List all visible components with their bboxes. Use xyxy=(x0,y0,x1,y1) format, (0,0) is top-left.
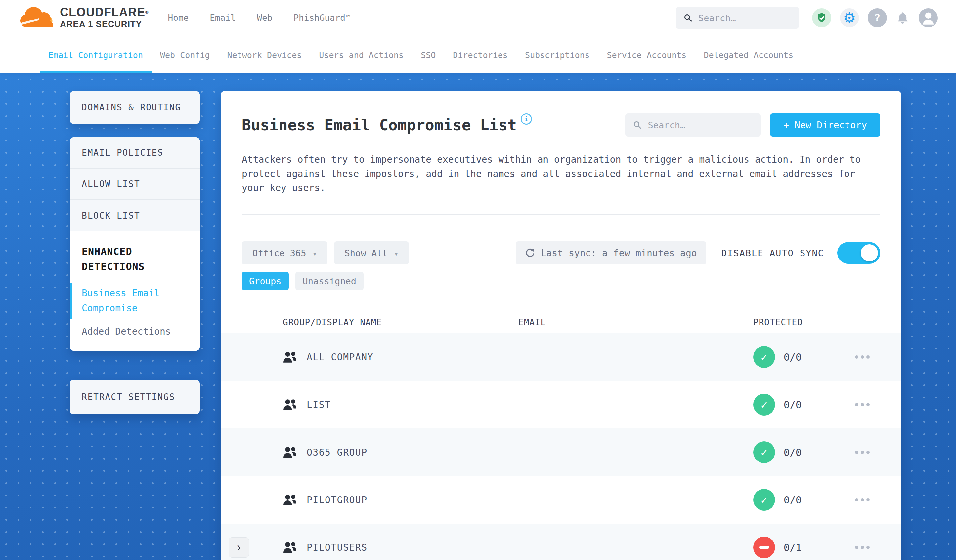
main-card-padding: Business Email Compromise List + New Dir… xyxy=(221,91,901,290)
group-people-icon xyxy=(283,541,297,554)
auto-sync-toggle[interactable] xyxy=(837,242,880,264)
tab-sso[interactable]: SSO xyxy=(412,36,444,74)
page-description: Attackers often try to impersonate execu… xyxy=(242,152,880,195)
directory-select[interactable]: Office 365 xyxy=(242,241,327,265)
table-row[interactable]: PILOTGROUP 0/0 xyxy=(221,476,901,524)
brand-logo[interactable]: CLOUDFLARE® AREA 1 SECURITY xyxy=(18,4,149,31)
help-icon[interactable] xyxy=(868,8,887,27)
tab-delegated-accounts[interactable]: Delegated Accounts xyxy=(695,36,802,74)
top-nav-web[interactable]: Web xyxy=(257,13,272,23)
shield-glyph xyxy=(815,11,828,25)
top-nav-home[interactable]: Home xyxy=(168,13,189,23)
group-name: PILOTGROUP xyxy=(307,494,368,505)
group-name: LIST xyxy=(307,399,331,410)
top-nav-phishguard[interactable]: PhishGuard™ xyxy=(293,13,350,23)
row-menu-button[interactable] xyxy=(849,403,901,406)
top-nav-email[interactable]: Email xyxy=(210,13,236,23)
divider xyxy=(242,214,880,215)
tab-unassigned[interactable]: Unassigned xyxy=(296,272,364,290)
sidebar-item-email-policies[interactable]: EMAIL POLICIES xyxy=(70,137,200,169)
tab-groups[interactable]: Groups xyxy=(242,272,289,290)
tab-network-devices[interactable]: Network Devices xyxy=(219,36,311,74)
tab-email-configuration[interactable]: Email Configuration xyxy=(40,36,151,74)
person-glyph xyxy=(918,8,938,27)
group-tabs: Groups Unassigned xyxy=(242,272,880,290)
info-icon[interactable] xyxy=(520,113,532,125)
account-avatar-icon[interactable] xyxy=(918,8,938,27)
sidebar-item-domains-routing[interactable]: DOMAINS & ROUTING xyxy=(70,91,200,124)
sidebar-item-added-detections[interactable]: Added Detections xyxy=(82,326,190,337)
page-body: DOMAINS & ROUTING EMAIL POLICIES ALLOW L… xyxy=(0,74,956,560)
brand-text: CLOUDFLARE® AREA 1 SECURITY xyxy=(60,6,149,30)
search-icon xyxy=(684,13,692,23)
protected-count: 0/0 xyxy=(784,351,802,363)
cloudflare-cloud-icon xyxy=(18,4,55,31)
registered-mark: ® xyxy=(145,9,149,14)
sync-controls: Last sync: a few minutes ago DISABLE AUT… xyxy=(516,241,880,265)
enhanced-detections-heading[interactable]: ENHANCED DETECTIONS xyxy=(82,244,190,275)
shield-check-icon[interactable] xyxy=(812,8,831,27)
filters-row: Office 365 Show All Last sync: a few min… xyxy=(242,241,880,265)
table-row[interactable]: LIST 0/0 xyxy=(221,381,901,428)
new-directory-button[interactable]: + New Directory xyxy=(770,113,880,136)
table-row[interactable]: ALL COMPANY 0/0 xyxy=(221,333,901,381)
tab-directories[interactable]: Directories xyxy=(444,36,516,74)
sidebar-item-block-list[interactable]: BLOCK LIST xyxy=(70,200,200,231)
header-actions: + New Directory xyxy=(625,113,880,136)
table-rows: ALL COMPANY 0/0 xyxy=(221,333,901,560)
show-filter-select[interactable]: Show All xyxy=(334,241,409,265)
protected-status-icon xyxy=(753,346,775,368)
page-title-text: Business Email Compromise List xyxy=(242,116,517,134)
settings-gear-icon[interactable]: ⚙ xyxy=(840,8,859,27)
auto-sync-label: DISABLE AUTO SYNC xyxy=(722,248,824,258)
top-nav: Home Email Web PhishGuard™ xyxy=(168,13,351,23)
global-search[interactable] xyxy=(676,7,799,29)
table-row[interactable]: O365_GROUP 0/0 xyxy=(221,428,901,476)
directory-select-value: Office 365 xyxy=(252,248,306,258)
sidebar-item-label: EMAIL POLICIES xyxy=(82,148,164,158)
col-protected: PROTECTED xyxy=(753,317,849,327)
tab-users-and-actions[interactable]: Users and Actions xyxy=(310,36,412,74)
last-sync-label: Last sync: a few minutes ago xyxy=(541,248,697,259)
topbar: CLOUDFLARE® AREA 1 SECURITY Home Email W… xyxy=(0,0,956,36)
sidebar-item-retract-settings[interactable]: RETRACT SETTINGS xyxy=(70,380,200,414)
protected-status-icon xyxy=(753,536,775,558)
protected-count: 0/0 xyxy=(784,447,802,458)
col-email: EMAIL xyxy=(518,317,753,327)
sidebar-item-label: BLOCK LIST xyxy=(82,210,140,221)
table-row[interactable]: PILOTUSERS 0/1 xyxy=(221,524,901,560)
protected-count: 0/0 xyxy=(784,399,802,411)
row-menu-button[interactable] xyxy=(849,498,901,502)
tab-subscriptions[interactable]: Subscriptions xyxy=(516,36,598,74)
tab-service-accounts[interactable]: Service Accounts xyxy=(598,36,695,74)
tab-web-config[interactable]: Web Config xyxy=(151,36,219,74)
row-menu-button[interactable] xyxy=(849,546,901,549)
brand-line1: CLOUDFLARE xyxy=(60,5,145,19)
row-menu-button[interactable] xyxy=(849,450,901,454)
table-header: GROUP/DISPLAY NAME EMAIL PROTECTED xyxy=(221,311,901,333)
main-card: Business Email Compromise List + New Dir… xyxy=(221,91,901,560)
protected-status-icon xyxy=(753,441,775,463)
row-menu-button[interactable] xyxy=(849,355,901,359)
protected-status-icon xyxy=(753,489,775,511)
card-header: Business Email Compromise List + New Dir… xyxy=(242,113,880,136)
group-name: PILOTUSERS xyxy=(307,542,368,553)
list-search-input[interactable] xyxy=(648,120,753,130)
list-search[interactable] xyxy=(625,113,761,136)
global-search-input[interactable] xyxy=(698,13,791,23)
group-people-icon xyxy=(283,446,297,458)
section-tabs: Email Configuration Web Config Network D… xyxy=(0,36,956,74)
protected-status-icon xyxy=(753,394,775,416)
sidebar-item-allow-list[interactable]: ALLOW LIST xyxy=(70,169,200,200)
protected-count: 0/1 xyxy=(784,542,802,554)
notifications-bell-icon[interactable] xyxy=(895,12,910,24)
groups-table: GROUP/DISPLAY NAME EMAIL PROTECTED xyxy=(221,311,901,560)
expand-chevron-button[interactable] xyxy=(229,537,249,558)
gear-glyph: ⚙ xyxy=(843,11,856,25)
brand-line2: AREA 1 SECURITY xyxy=(60,19,149,30)
toggle-knob xyxy=(861,244,878,262)
sidebar-item-business-email-compromise[interactable]: Business Email Compromise xyxy=(82,285,190,316)
group-name: ALL COMPANY xyxy=(307,352,373,362)
refresh-icon xyxy=(525,248,536,258)
last-sync-button[interactable]: Last sync: a few minutes ago xyxy=(516,241,706,265)
